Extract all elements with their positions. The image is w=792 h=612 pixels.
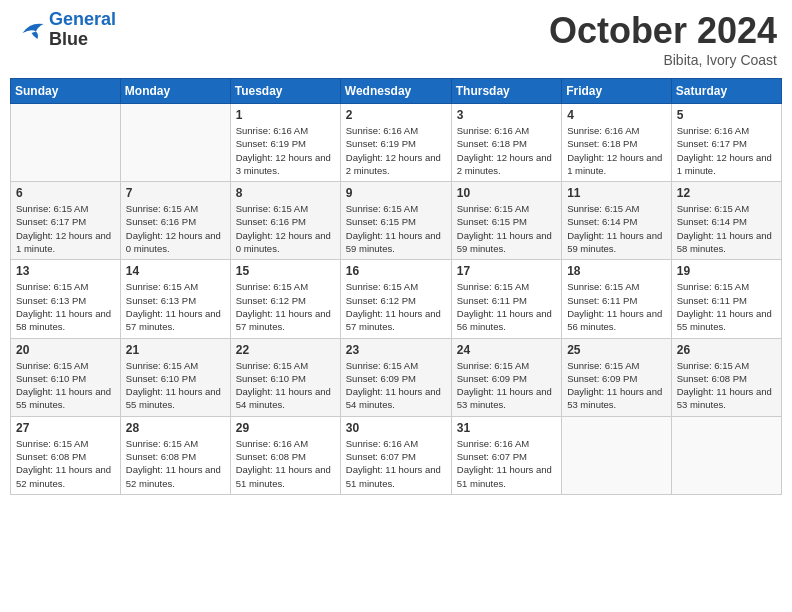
day-info: Sunrise: 6:15 AM Sunset: 6:12 PM Dayligh…: [346, 280, 446, 333]
day-info: Sunrise: 6:15 AM Sunset: 6:11 PM Dayligh…: [567, 280, 666, 333]
day-number: 10: [457, 186, 556, 200]
day-info: Sunrise: 6:15 AM Sunset: 6:14 PM Dayligh…: [567, 202, 666, 255]
day-number: 9: [346, 186, 446, 200]
calendar-cell: 16Sunrise: 6:15 AM Sunset: 6:12 PM Dayli…: [340, 260, 451, 338]
calendar-cell: [671, 416, 781, 494]
day-number: 31: [457, 421, 556, 435]
calendar-cell: [120, 104, 230, 182]
day-number: 26: [677, 343, 776, 357]
calendar-cell: 24Sunrise: 6:15 AM Sunset: 6:09 PM Dayli…: [451, 338, 561, 416]
logo-line2: Blue: [49, 30, 116, 50]
day-number: 14: [126, 264, 225, 278]
day-number: 24: [457, 343, 556, 357]
calendar-cell: 5Sunrise: 6:16 AM Sunset: 6:17 PM Daylig…: [671, 104, 781, 182]
calendar-cell: 15Sunrise: 6:15 AM Sunset: 6:12 PM Dayli…: [230, 260, 340, 338]
calendar-cell: 19Sunrise: 6:15 AM Sunset: 6:11 PM Dayli…: [671, 260, 781, 338]
weekday-header-tuesday: Tuesday: [230, 79, 340, 104]
day-number: 2: [346, 108, 446, 122]
weekday-header-friday: Friday: [562, 79, 672, 104]
day-info: Sunrise: 6:15 AM Sunset: 6:09 PM Dayligh…: [457, 359, 556, 412]
day-number: 16: [346, 264, 446, 278]
calendar-cell: 4Sunrise: 6:16 AM Sunset: 6:18 PM Daylig…: [562, 104, 672, 182]
calendar-cell: 2Sunrise: 6:16 AM Sunset: 6:19 PM Daylig…: [340, 104, 451, 182]
weekday-header-row: SundayMondayTuesdayWednesdayThursdayFrid…: [11, 79, 782, 104]
day-info: Sunrise: 6:16 AM Sunset: 6:07 PM Dayligh…: [346, 437, 446, 490]
day-info: Sunrise: 6:16 AM Sunset: 6:08 PM Dayligh…: [236, 437, 335, 490]
calendar-table: SundayMondayTuesdayWednesdayThursdayFrid…: [10, 78, 782, 495]
day-number: 5: [677, 108, 776, 122]
day-number: 11: [567, 186, 666, 200]
weekday-header-sunday: Sunday: [11, 79, 121, 104]
calendar-cell: 8Sunrise: 6:15 AM Sunset: 6:16 PM Daylig…: [230, 182, 340, 260]
day-number: 19: [677, 264, 776, 278]
day-number: 13: [16, 264, 115, 278]
calendar-cell: 14Sunrise: 6:15 AM Sunset: 6:13 PM Dayli…: [120, 260, 230, 338]
day-number: 22: [236, 343, 335, 357]
day-info: Sunrise: 6:15 AM Sunset: 6:09 PM Dayligh…: [346, 359, 446, 412]
calendar-cell: 13Sunrise: 6:15 AM Sunset: 6:13 PM Dayli…: [11, 260, 121, 338]
calendar-cell: 18Sunrise: 6:15 AM Sunset: 6:11 PM Dayli…: [562, 260, 672, 338]
day-number: 7: [126, 186, 225, 200]
logo: General Blue: [15, 10, 116, 50]
day-number: 27: [16, 421, 115, 435]
calendar-week-row: 6Sunrise: 6:15 AM Sunset: 6:17 PM Daylig…: [11, 182, 782, 260]
day-info: Sunrise: 6:15 AM Sunset: 6:08 PM Dayligh…: [677, 359, 776, 412]
day-info: Sunrise: 6:15 AM Sunset: 6:09 PM Dayligh…: [567, 359, 666, 412]
day-info: Sunrise: 6:15 AM Sunset: 6:11 PM Dayligh…: [457, 280, 556, 333]
calendar-cell: 1Sunrise: 6:16 AM Sunset: 6:19 PM Daylig…: [230, 104, 340, 182]
day-info: Sunrise: 6:15 AM Sunset: 6:08 PM Dayligh…: [126, 437, 225, 490]
day-info: Sunrise: 6:16 AM Sunset: 6:17 PM Dayligh…: [677, 124, 776, 177]
day-info: Sunrise: 6:15 AM Sunset: 6:15 PM Dayligh…: [346, 202, 446, 255]
page-header: General Blue October 2024 Bibita, Ivory …: [10, 10, 782, 68]
day-info: Sunrise: 6:15 AM Sunset: 6:10 PM Dayligh…: [126, 359, 225, 412]
calendar-cell: 30Sunrise: 6:16 AM Sunset: 6:07 PM Dayli…: [340, 416, 451, 494]
day-info: Sunrise: 6:15 AM Sunset: 6:17 PM Dayligh…: [16, 202, 115, 255]
calendar-cell: 25Sunrise: 6:15 AM Sunset: 6:09 PM Dayli…: [562, 338, 672, 416]
day-info: Sunrise: 6:16 AM Sunset: 6:19 PM Dayligh…: [236, 124, 335, 177]
day-info: Sunrise: 6:15 AM Sunset: 6:08 PM Dayligh…: [16, 437, 115, 490]
calendar-cell: 31Sunrise: 6:16 AM Sunset: 6:07 PM Dayli…: [451, 416, 561, 494]
day-number: 30: [346, 421, 446, 435]
calendar-week-row: 27Sunrise: 6:15 AM Sunset: 6:08 PM Dayli…: [11, 416, 782, 494]
day-info: Sunrise: 6:15 AM Sunset: 6:13 PM Dayligh…: [16, 280, 115, 333]
weekday-header-thursday: Thursday: [451, 79, 561, 104]
calendar-cell: 11Sunrise: 6:15 AM Sunset: 6:14 PM Dayli…: [562, 182, 672, 260]
calendar-cell: 22Sunrise: 6:15 AM Sunset: 6:10 PM Dayli…: [230, 338, 340, 416]
day-number: 28: [126, 421, 225, 435]
day-info: Sunrise: 6:16 AM Sunset: 6:07 PM Dayligh…: [457, 437, 556, 490]
day-number: 25: [567, 343, 666, 357]
day-info: Sunrise: 6:15 AM Sunset: 6:13 PM Dayligh…: [126, 280, 225, 333]
day-info: Sunrise: 6:15 AM Sunset: 6:10 PM Dayligh…: [16, 359, 115, 412]
calendar-cell: 12Sunrise: 6:15 AM Sunset: 6:14 PM Dayli…: [671, 182, 781, 260]
calendar-cell: 7Sunrise: 6:15 AM Sunset: 6:16 PM Daylig…: [120, 182, 230, 260]
day-number: 6: [16, 186, 115, 200]
weekday-header-wednesday: Wednesday: [340, 79, 451, 104]
calendar-cell: [11, 104, 121, 182]
calendar-cell: 10Sunrise: 6:15 AM Sunset: 6:15 PM Dayli…: [451, 182, 561, 260]
calendar-cell: 3Sunrise: 6:16 AM Sunset: 6:18 PM Daylig…: [451, 104, 561, 182]
day-info: Sunrise: 6:15 AM Sunset: 6:16 PM Dayligh…: [236, 202, 335, 255]
day-info: Sunrise: 6:16 AM Sunset: 6:18 PM Dayligh…: [457, 124, 556, 177]
calendar-week-row: 13Sunrise: 6:15 AM Sunset: 6:13 PM Dayli…: [11, 260, 782, 338]
logo-text: General Blue: [49, 10, 116, 50]
day-number: 18: [567, 264, 666, 278]
day-number: 20: [16, 343, 115, 357]
day-info: Sunrise: 6:15 AM Sunset: 6:10 PM Dayligh…: [236, 359, 335, 412]
day-info: Sunrise: 6:16 AM Sunset: 6:19 PM Dayligh…: [346, 124, 446, 177]
calendar-cell: 17Sunrise: 6:15 AM Sunset: 6:11 PM Dayli…: [451, 260, 561, 338]
day-number: 15: [236, 264, 335, 278]
weekday-header-monday: Monday: [120, 79, 230, 104]
day-info: Sunrise: 6:15 AM Sunset: 6:14 PM Dayligh…: [677, 202, 776, 255]
day-info: Sunrise: 6:15 AM Sunset: 6:11 PM Dayligh…: [677, 280, 776, 333]
calendar-cell: 20Sunrise: 6:15 AM Sunset: 6:10 PM Dayli…: [11, 338, 121, 416]
day-info: Sunrise: 6:15 AM Sunset: 6:16 PM Dayligh…: [126, 202, 225, 255]
location-subtitle: Bibita, Ivory Coast: [549, 52, 777, 68]
logo-line1: General: [49, 9, 116, 29]
day-number: 17: [457, 264, 556, 278]
calendar-week-row: 1Sunrise: 6:16 AM Sunset: 6:19 PM Daylig…: [11, 104, 782, 182]
calendar-cell: 29Sunrise: 6:16 AM Sunset: 6:08 PM Dayli…: [230, 416, 340, 494]
day-info: Sunrise: 6:15 AM Sunset: 6:15 PM Dayligh…: [457, 202, 556, 255]
calendar-cell: 26Sunrise: 6:15 AM Sunset: 6:08 PM Dayli…: [671, 338, 781, 416]
weekday-header-saturday: Saturday: [671, 79, 781, 104]
day-number: 23: [346, 343, 446, 357]
